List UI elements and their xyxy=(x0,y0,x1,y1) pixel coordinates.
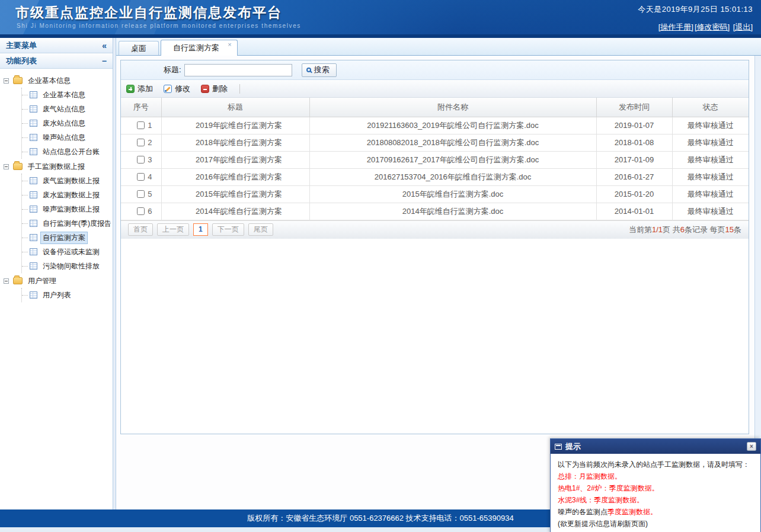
grid-icon xyxy=(30,234,37,241)
tab-self-monitor-plan[interactable]: 自行监测方案 × xyxy=(161,40,238,56)
column-header-status: 状态 xyxy=(672,98,749,117)
grid-icon xyxy=(30,191,37,198)
table-row[interactable]: 2 2018年皖维自行监测方案 201808082018_2018年皖维公司自行… xyxy=(121,134,749,151)
status-badge: 最终审核通过 xyxy=(672,185,749,203)
tree-expander-icon[interactable] xyxy=(4,78,9,84)
grid-icon xyxy=(30,148,37,155)
grid-icon xyxy=(30,206,37,213)
message-window-icon xyxy=(555,444,562,450)
search-button[interactable]: 搜索 xyxy=(302,63,337,77)
logout-link[interactable]: [退出] xyxy=(733,23,753,31)
sidebar-item-water-monitor-upload[interactable]: 废水监测数据上报 xyxy=(22,188,113,202)
sidebar-item-enterprise-basic-info[interactable]: 企业基本信息 xyxy=(22,88,113,102)
current-page-button[interactable]: 1 xyxy=(193,223,208,236)
sidebar-item-annual-report[interactable]: 自行监测年(季)度报告 xyxy=(22,216,113,230)
main-menu-header[interactable]: 主要菜单 « xyxy=(0,38,113,53)
edit-pencil-icon xyxy=(164,85,172,93)
column-header-index: 序号 xyxy=(121,98,161,117)
close-tab-icon[interactable]: × xyxy=(226,41,233,48)
collapse-sidebar-icon[interactable]: « xyxy=(102,41,107,50)
grid-icon xyxy=(30,91,37,98)
tree-folder-label: 手工监测数据上报 xyxy=(25,161,87,173)
table-row[interactable]: 4 2016年皖维自行监测方案 201627153704_2016年皖维自行监测… xyxy=(121,168,749,185)
add-button[interactable]: 添加 xyxy=(126,84,153,94)
column-header-publish-date: 发布时间 xyxy=(596,98,672,117)
title-search-input[interactable] xyxy=(184,64,292,76)
table-row[interactable]: 1 2019年皖维自行监测方案 201921163603_2019年皖维公司自行… xyxy=(121,117,749,134)
row-checkbox[interactable] xyxy=(137,121,145,129)
page-title: 市级重点监控企业自行监测信息发布平台 xyxy=(15,4,282,22)
minimize-panel-icon[interactable]: − xyxy=(102,56,107,66)
search-bar: 标题: 搜索 xyxy=(121,60,749,80)
grid-icon xyxy=(30,177,37,184)
status-badge: 最终审核通过 xyxy=(672,151,749,168)
popup-close-icon[interactable]: × xyxy=(747,442,756,451)
first-page-button[interactable]: 首页 xyxy=(128,223,153,236)
sidebar: 主要菜单 « 功能列表 − 企业基本信息 企业基本信息 xyxy=(0,38,113,509)
table-row[interactable]: 5 2015年皖维自行监测方案 2015年皖维自行监测方案.doc 2015-0… xyxy=(121,185,749,203)
sidebar-item-gas-monitor-upload[interactable]: 废气监测数据上报 xyxy=(22,174,113,188)
grid-icon xyxy=(30,248,37,255)
function-list-header[interactable]: 功能列表 − xyxy=(0,53,113,69)
last-page-button[interactable]: 尾页 xyxy=(248,223,273,236)
tab-desktop[interactable]: 桌面 xyxy=(119,41,159,55)
records-table: 序号 标题 附件名称 发布时间 状态 1 2019年皖维自行监测方案 20192… xyxy=(121,98,749,220)
folder-icon xyxy=(13,77,23,84)
grid-icon xyxy=(30,291,37,299)
folder-icon xyxy=(13,277,23,284)
sidebar-item-waste-water-station[interactable]: 废水站点信息 xyxy=(22,116,113,130)
delete-button[interactable]: 删除 xyxy=(201,84,228,94)
row-checkbox[interactable] xyxy=(137,156,145,164)
popup-title-bar[interactable]: 提示 × xyxy=(551,439,760,454)
tree-expander-icon[interactable] xyxy=(4,164,9,169)
status-badge: 最终审核通过 xyxy=(672,168,749,185)
change-password-link[interactable]: [修改密码] xyxy=(695,23,730,31)
folder-icon xyxy=(13,163,23,170)
row-checkbox[interactable] xyxy=(137,173,145,181)
popup-line-warning: 总排：月监测数据。 xyxy=(558,470,753,482)
tree-expander-icon[interactable] xyxy=(4,278,9,284)
pagination-info: 当前第1/1页 共6条记录 每页15条 xyxy=(629,225,741,235)
popup-line-warning: 水泥3#线：季度监测数据。 xyxy=(558,494,753,506)
reminder-popup: 提示 × 以下为当前频次尚未录入的站点手工监测数据，请及时填写： 总排：月监测数… xyxy=(550,438,761,532)
sidebar-item-device-shutdown[interactable]: 设备停运或未监测 xyxy=(22,245,113,259)
content-panel: 标题: 搜索 添加 修改 xyxy=(120,60,749,434)
row-checkbox[interactable] xyxy=(137,190,145,198)
add-icon xyxy=(126,85,135,93)
table-row[interactable]: 3 2017年皖维自行监测方案 201709162617_2017年皖维公司自行… xyxy=(121,151,749,168)
grid-icon xyxy=(30,220,37,227)
tree-folder-user-management[interactable]: 用户管理 xyxy=(4,274,113,288)
popup-line-note: (欲更新提示信息请刷新页面) xyxy=(558,518,753,530)
next-page-button[interactable]: 下一页 xyxy=(212,223,244,236)
edit-button[interactable]: 修改 xyxy=(164,84,190,94)
sidebar-item-intermittent-discharge[interactable]: 污染物间歇性排放 xyxy=(22,259,113,273)
sidebar-item-station-ledger[interactable]: 站点信息公开台账 xyxy=(22,145,113,159)
grid-icon xyxy=(30,105,37,113)
prev-page-button[interactable]: 上一页 xyxy=(157,223,189,236)
column-header-attachment: 附件名称 xyxy=(309,98,596,117)
page-subtitle: Shi Ji Monitoring information release pl… xyxy=(17,23,301,29)
sidebar-item-noise-station[interactable]: 噪声站点信息 xyxy=(22,130,113,145)
empty-content-area xyxy=(121,239,749,434)
search-icon xyxy=(306,68,311,72)
copyright-text: 版权所有：安徽省生态环境厅 0551-62376662 技术支持电话：0551-… xyxy=(247,514,513,523)
sidebar-item-user-list[interactable]: 用户列表 xyxy=(22,288,113,302)
sidebar-item-self-monitor-plan[interactable]: 自行监测方案 xyxy=(22,230,113,245)
grid-icon xyxy=(30,120,37,127)
delete-icon xyxy=(201,85,209,93)
popup-line: 以下为当前频次尚未录入的站点手工监测数据，请及时填写： xyxy=(558,459,753,470)
tree-folder-enterprise-info[interactable]: 企业基本信息 xyxy=(4,73,113,88)
grid-icon xyxy=(30,134,37,141)
pagination-bar: 首页 上一页 1 下一页 尾页 当前第1/1页 共6条记录 每页15条 xyxy=(121,220,749,239)
sidebar-item-waste-gas-station[interactable]: 废气站点信息 xyxy=(22,102,113,116)
status-badge: 最终审核通过 xyxy=(672,134,749,151)
sidebar-item-noise-monitor-upload[interactable]: 噪声监测数据上报 xyxy=(22,202,113,216)
table-row[interactable]: 6 2014年皖维自行监测方案 2014年皖维自行监测方案.doc 2014-0… xyxy=(121,203,749,220)
tree-folder-manual-data-upload[interactable]: 手工监测数据上报 xyxy=(4,159,113,174)
current-datetime: 今天是2019年9月25日 15:01:13 xyxy=(638,4,753,15)
row-checkbox[interactable] xyxy=(137,139,145,146)
tree-folder-label: 用户管理 xyxy=(25,275,59,287)
manual-link[interactable]: [操作手册] xyxy=(658,23,693,31)
table-header-row: 序号 标题 附件名称 发布时间 状态 xyxy=(121,98,749,117)
row-checkbox[interactable] xyxy=(137,207,145,215)
